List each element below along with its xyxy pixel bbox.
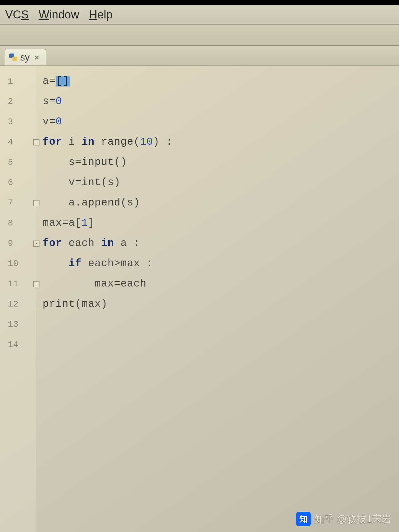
- code-line[interactable]: [43, 314, 399, 335]
- code-line[interactable]: [43, 335, 399, 355]
- fold-toggle-icon[interactable]: -: [33, 281, 39, 287]
- menu-vcs[interactable]: VCS: [5, 8, 29, 21]
- code-line[interactable]: s=input(): [43, 152, 399, 172]
- code-line[interactable]: v=int(s): [43, 172, 399, 193]
- tab-filename: sy: [20, 52, 30, 63]
- watermark: 知 知乎 @软技1宋岩: [296, 512, 392, 526]
- line-number: 1: [0, 71, 36, 91]
- line-number: 4-: [0, 132, 36, 152]
- code-line[interactable]: s=0: [43, 91, 399, 112]
- code-line[interactable]: max=a[1]: [43, 213, 399, 233]
- editor-tab-row: sy ×: [0, 46, 399, 66]
- line-number: 3: [0, 112, 36, 132]
- code-line[interactable]: max=each: [43, 274, 399, 294]
- line-number-gutter: 1234-567-89-1011-121314: [0, 66, 36, 532]
- code-line[interactable]: print(max): [43, 294, 399, 314]
- line-number: 11-: [0, 274, 36, 294]
- editor-tab[interactable]: sy ×: [5, 49, 46, 65]
- fold-toggle-icon[interactable]: -: [33, 139, 39, 145]
- line-number: 2: [0, 91, 36, 112]
- code-line[interactable]: for i in range(10) :: [43, 132, 399, 152]
- fold-toggle-icon[interactable]: -: [33, 241, 39, 247]
- code-line[interactable]: for each in a :: [43, 233, 399, 254]
- line-number: 14: [0, 335, 36, 355]
- python-file-icon: [9, 54, 17, 61]
- code-line[interactable]: v=0: [43, 112, 399, 132]
- code-line[interactable]: if each>max :: [43, 254, 399, 274]
- menu-help[interactable]: Help: [89, 8, 113, 21]
- line-number: 7-: [0, 193, 36, 213]
- line-number: 8: [0, 213, 36, 233]
- menu-window[interactable]: Window: [38, 8, 79, 21]
- line-number: 10: [0, 254, 36, 274]
- menu-bar: VCSWindowHelp: [0, 5, 399, 25]
- fold-toggle-icon[interactable]: -: [33, 200, 39, 206]
- line-number: 12: [0, 294, 36, 314]
- line-number: 9-: [0, 233, 36, 254]
- code-area[interactable]: a=[]s=0v=0for i in range(10) : s=input()…: [36, 66, 399, 532]
- code-editor[interactable]: 1234-567-89-1011-121314 a=[]s=0v=0for i …: [0, 66, 399, 532]
- code-line[interactable]: a.append(s): [43, 193, 399, 213]
- line-number: 5: [0, 152, 36, 172]
- line-number: 13: [0, 314, 36, 335]
- code-line[interactable]: a=[]: [43, 71, 399, 91]
- toolbar-spacer: [0, 25, 399, 46]
- zhihu-logo-icon: 知: [296, 512, 311, 526]
- close-tab-icon[interactable]: ×: [34, 53, 39, 62]
- watermark-text: 知乎 @软技1宋岩: [314, 513, 392, 526]
- window-top-border: [0, 0, 399, 5]
- line-number: 6: [0, 172, 36, 193]
